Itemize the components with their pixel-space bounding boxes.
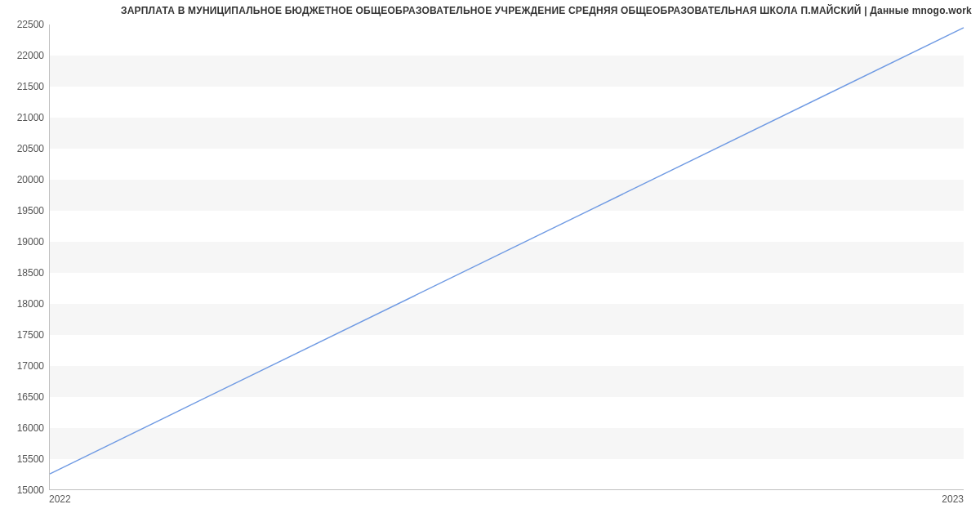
y-tick-label: 18500 xyxy=(3,267,44,279)
series-line xyxy=(50,28,964,474)
y-tick-label: 17000 xyxy=(3,360,44,372)
y-tick-label: 15500 xyxy=(3,453,44,465)
y-tick-label: 21000 xyxy=(3,112,44,123)
x-tick-label: 2022 xyxy=(49,493,71,505)
y-tick-label: 20500 xyxy=(3,143,44,154)
chart-title: ЗАРПЛАТА В МУНИЦИПАЛЬНОЕ БЮДЖЕТНОЕ ОБЩЕО… xyxy=(121,5,972,16)
y-tick-label: 16000 xyxy=(3,422,44,434)
line-layer xyxy=(50,25,964,489)
chart-container: ЗАРПЛАТА В МУНИЦИПАЛЬНОЕ БЮДЖЕТНОЕ ОБЩЕО… xyxy=(0,0,980,531)
y-tick-label: 19000 xyxy=(3,236,44,248)
y-tick-label: 18000 xyxy=(3,298,44,310)
y-tick-label: 15000 xyxy=(3,484,44,496)
plot-area xyxy=(49,25,964,490)
y-tick-label: 22500 xyxy=(3,19,44,30)
y-tick-label: 22000 xyxy=(3,50,44,61)
y-tick-label: 17500 xyxy=(3,329,44,341)
y-tick-label: 20000 xyxy=(3,174,44,185)
y-tick-label: 21500 xyxy=(3,81,44,92)
y-tick-label: 16500 xyxy=(3,391,44,403)
y-tick-label: 19500 xyxy=(3,205,44,216)
x-tick-label: 2023 xyxy=(942,493,964,505)
